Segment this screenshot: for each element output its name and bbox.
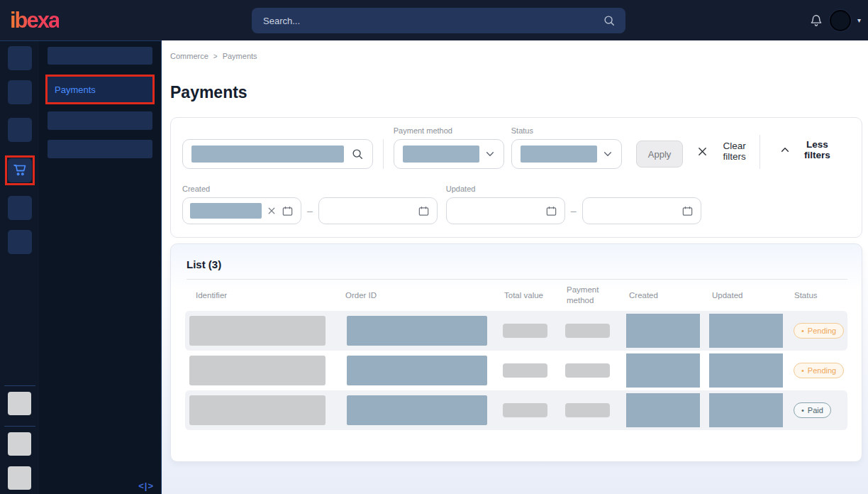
created-label: Created xyxy=(182,185,438,193)
created-to-input[interactable] xyxy=(318,197,438,224)
redacted-created xyxy=(626,353,700,388)
less-filters-label: Less filters xyxy=(796,139,839,160)
caret-down-icon[interactable]: ▾ xyxy=(857,17,861,24)
filter-search-input[interactable] xyxy=(182,139,373,169)
identifier-cell xyxy=(185,311,343,351)
status-cell: • Pending xyxy=(791,351,847,390)
calendar-icon[interactable] xyxy=(681,205,694,217)
main-panel: Commerce > Payments Payments Paym xyxy=(162,40,868,494)
divider xyxy=(4,385,35,386)
updated-field: Updated – xyxy=(446,185,701,224)
nav-item-payments[interactable]: Payments xyxy=(48,77,152,102)
topbar-actions: ▾ xyxy=(809,0,861,40)
redacted-total-value xyxy=(503,363,547,378)
column-total-value: Total value xyxy=(501,290,564,301)
sidebar-icon-placeholder[interactable] xyxy=(8,392,31,415)
order-id-cell xyxy=(343,351,501,390)
payment-method-label: Payment method xyxy=(394,126,504,135)
sidebar-resize-handle[interactable]: <|> xyxy=(138,481,154,491)
less-filters-toggle[interactable]: Less filters xyxy=(776,138,843,161)
calendar-icon[interactable] xyxy=(545,205,557,217)
redacted-updated xyxy=(709,353,783,388)
clear-filters-button[interactable]: Clear filters xyxy=(693,140,760,163)
apply-button[interactable]: Apply xyxy=(636,141,684,168)
clear-date-icon[interactable] xyxy=(267,207,276,215)
redacted-identifier xyxy=(189,395,326,425)
redacted-order-id xyxy=(347,316,487,346)
updated-label: Updated xyxy=(446,185,701,193)
close-icon xyxy=(697,146,708,157)
breadcrumb-commerce[interactable]: Commerce xyxy=(170,52,208,60)
redacted-created xyxy=(626,314,700,348)
content-area: Payments <|> Commerce > Payments Payment… xyxy=(0,40,868,494)
chevron-up-icon xyxy=(780,145,790,155)
calendar-icon[interactable] xyxy=(418,205,430,217)
table-header: Identifier Order ID Total value Payment … xyxy=(185,280,847,311)
sidebar-icon-placeholder[interactable] xyxy=(8,230,32,254)
table-row[interactable]: • Paid xyxy=(185,390,847,430)
divider xyxy=(760,135,760,169)
nav-item-placeholder[interactable] xyxy=(48,111,152,130)
status-dot: • xyxy=(801,366,804,375)
calendar-icon[interactable] xyxy=(282,205,294,217)
total-value-cell xyxy=(501,311,564,351)
redacted-order-id xyxy=(347,395,487,425)
redacted-created xyxy=(626,393,700,427)
column-created: Created xyxy=(626,290,709,301)
clear-filters-label: Clear filters xyxy=(713,141,755,162)
payments-list-panel: List (3) Identifier Order ID Total value… xyxy=(170,243,862,462)
annotation-highlight xyxy=(5,155,35,185)
updated-range: – xyxy=(446,197,701,224)
redacted-total-value xyxy=(503,403,547,417)
redacted-payment-method xyxy=(565,324,610,338)
redacted-payment-method xyxy=(565,403,610,417)
payment-method-cell xyxy=(564,311,626,351)
status-label: Pending xyxy=(808,326,836,335)
filters-row-1: Payment method Status xyxy=(182,126,850,169)
status-dot: • xyxy=(801,326,804,335)
redacted-payment-method xyxy=(565,363,610,378)
redacted-updated xyxy=(709,314,783,348)
status-cell: • Pending xyxy=(791,311,847,351)
identifier-cell xyxy=(185,390,343,430)
payment-method-select[interactable] xyxy=(394,139,504,169)
updated-from-input[interactable] xyxy=(446,197,565,224)
created-range: – xyxy=(182,197,438,224)
created-cell xyxy=(626,351,709,390)
ibexa-logo[interactable]: ibexa xyxy=(10,9,59,31)
sidebar-icon-placeholder[interactable] xyxy=(8,118,32,142)
topbar: ibexa ▾ xyxy=(0,0,868,40)
table-row[interactable]: • Pending xyxy=(185,311,847,351)
nav-item-placeholder[interactable] xyxy=(48,140,152,158)
avatar[interactable] xyxy=(830,10,851,31)
status-select[interactable] xyxy=(511,139,622,169)
table-row[interactable]: • Pending xyxy=(185,351,847,390)
status-label: Paid xyxy=(808,406,823,415)
updated-to-input[interactable] xyxy=(582,197,701,224)
order-id-cell xyxy=(343,311,501,351)
secondary-sidebar: Payments <|> xyxy=(39,40,162,494)
sidebar-icon-placeholder[interactable] xyxy=(8,80,32,104)
redacted-select-value xyxy=(521,146,597,163)
redacted-updated xyxy=(709,393,783,427)
sidebar-icon-placeholder[interactable] xyxy=(8,466,31,490)
created-cell xyxy=(626,390,709,430)
bell-icon[interactable] xyxy=(809,13,823,28)
payment-method-cell xyxy=(564,351,626,390)
order-id-cell xyxy=(343,390,501,430)
sidebar-item-commerce[interactable] xyxy=(8,158,32,182)
sidebar-icon-placeholder[interactable] xyxy=(8,432,31,456)
breadcrumb-payments[interactable]: Payments xyxy=(223,52,257,60)
updated-cell xyxy=(709,390,791,430)
global-search[interactable] xyxy=(252,8,625,33)
nav-item-placeholder[interactable] xyxy=(48,47,152,65)
global-search-input[interactable] xyxy=(262,15,603,27)
sidebar-icon-placeholder[interactable] xyxy=(8,46,32,70)
redacted-date-value xyxy=(190,203,262,219)
column-order-id: Order ID xyxy=(343,290,501,301)
total-value-cell xyxy=(501,351,564,390)
created-from-input[interactable] xyxy=(182,197,301,224)
status-badge: • Paid xyxy=(794,402,831,418)
sidebar-icon-placeholder[interactable] xyxy=(8,196,32,220)
redacted-identifier xyxy=(189,356,326,385)
